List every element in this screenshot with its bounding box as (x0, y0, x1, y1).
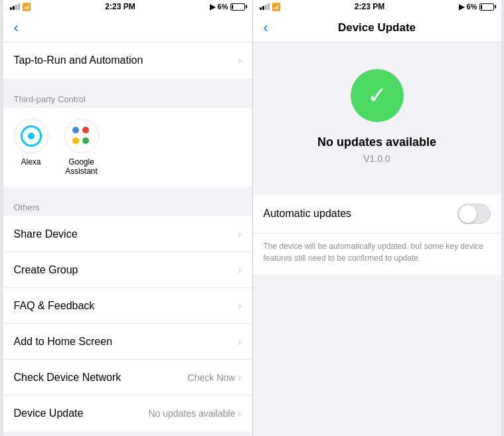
sep2 (3, 186, 252, 192)
others-list-section: Share Device › Create Group › FAQ & Feed… (3, 216, 252, 431)
bar1 (10, 7, 12, 10)
third-party-icons: Alexa GoogleAssistant (14, 119, 242, 176)
create-group-right: › (238, 264, 241, 276)
right-wifi-icon: 📶 (272, 3, 281, 11)
left-signal: 📶 (10, 3, 31, 11)
top-list-section: Tap-to-Run and Automation › (3, 42, 252, 78)
google-dots (72, 127, 91, 145)
left-scroll-content: Tap-to-Run and Automation › Third-party … (3, 42, 252, 436)
google-dot-red (82, 127, 89, 133)
auto-update-label: Automatic updates (264, 208, 352, 220)
no-updates-label: No updates available (148, 408, 235, 419)
google-label: GoogleAssistant (65, 157, 98, 176)
right-battery-percent: 6% (467, 3, 477, 11)
google-icon-circle (64, 119, 99, 153)
right-signal: 📶 (260, 3, 281, 11)
battery-icon (230, 3, 245, 11)
update-hero: ✓ No updates available V1.0.0 (253, 42, 501, 184)
google-dot-yellow (72, 137, 79, 144)
alexa-label: Alexa (21, 157, 41, 167)
share-device-chevron: › (238, 228, 241, 240)
location-icon: ▶ (210, 3, 215, 11)
device-update-chevron: › (238, 407, 241, 419)
check-device-network-right: Check Now › (188, 372, 242, 384)
toggle-knob (459, 205, 477, 223)
rbar1 (260, 7, 262, 10)
right-nav-bar: ‹ Device Update (253, 13, 501, 42)
check-device-network-label: Check Device Network (14, 372, 122, 384)
toggle-description: The device will be automatically updated… (253, 234, 501, 275)
left-status-bar: 📶 2:23 PM ▶ 6% (3, 0, 252, 13)
check-device-network-item[interactable]: Check Device Network Check Now › (3, 360, 252, 396)
faq-feedback-label: FAQ & Feedback (14, 300, 95, 312)
google-dot-blue (72, 127, 79, 133)
device-update-label: Device Update (14, 407, 84, 419)
right-location-icon: ▶ (459, 3, 464, 11)
check-network-chevron: › (238, 372, 241, 384)
auto-update-row: Automatic updates (253, 194, 501, 234)
toggle-section: Automatic updates The device will be aut… (253, 194, 501, 275)
update-version: V1.0.0 (363, 153, 390, 164)
create-group-item[interactable]: Create Group › (3, 252, 252, 288)
check-now-label: Check Now (188, 372, 236, 383)
right-nav-title: Device Update (338, 21, 416, 35)
right-scroll-content: ✓ No updates available V1.0.0 Automatic … (253, 42, 501, 436)
add-home-screen-label: Add to Home Screen (14, 336, 113, 348)
left-time: 2:23 PM (105, 2, 135, 11)
auto-update-toggle[interactable] (458, 204, 491, 224)
right-status-right: ▶ 6% (459, 3, 495, 11)
right-signal-bars (260, 3, 270, 10)
third-party-section: Alexa GoogleAssistant (3, 108, 252, 186)
battery-fill (232, 5, 232, 9)
bar4 (18, 3, 20, 10)
faq-feedback-right: › (238, 300, 241, 312)
add-home-screen-item[interactable]: Add to Home Screen › (3, 324, 252, 360)
rbar4 (268, 3, 270, 10)
share-device-right: › (238, 228, 241, 240)
google-item[interactable]: GoogleAssistant (64, 119, 99, 176)
alexa-icon-circle (14, 119, 48, 153)
share-device-item[interactable]: Share Device › (3, 216, 252, 252)
left-phone: 📶 2:23 PM ▶ 6% ‹ Tap-to-Run and Automati… (3, 0, 252, 436)
right-battery-fill (481, 5, 481, 9)
add-home-screen-chevron: › (238, 336, 241, 348)
faq-feedback-chevron: › (238, 300, 241, 312)
signal-bars (10, 3, 20, 10)
third-party-header: Third-party Control (3, 84, 252, 108)
share-device-label: Share Device (14, 228, 78, 240)
device-update-right: No updates available › (148, 407, 241, 419)
device-update-item[interactable]: Device Update No updates available › (3, 396, 252, 431)
sep1 (3, 78, 252, 84)
phones-container: 📶 2:23 PM ▶ 6% ‹ Tap-to-Run and Automati… (3, 0, 501, 436)
tap-to-run-chevron: › (238, 54, 241, 66)
right-battery-icon (479, 3, 494, 11)
right-back-button[interactable]: ‹ (264, 19, 268, 36)
right-status-bar: 📶 2:23 PM ▶ 6% (253, 0, 501, 13)
left-status-right: ▶ 6% (210, 3, 246, 11)
bar3 (15, 5, 17, 10)
google-dot-green (82, 137, 89, 144)
checkmark-icon: ✓ (367, 84, 387, 108)
bar2 (13, 6, 15, 10)
rbar3 (265, 5, 267, 10)
tap-to-run-right: › (238, 54, 241, 66)
update-title: No updates available (317, 135, 436, 149)
alexa-item[interactable]: Alexa (14, 119, 48, 176)
tap-to-run-label: Tap-to-Run and Automation (14, 54, 143, 66)
create-group-label: Create Group (14, 264, 78, 276)
left-battery-percent: 6% (218, 3, 228, 11)
tap-to-run-item[interactable]: Tap-to-Run and Automation › (3, 42, 252, 78)
right-time: 2:23 PM (355, 2, 384, 11)
left-back-button[interactable]: ‹ (14, 19, 19, 36)
rbar2 (262, 6, 264, 10)
add-home-screen-right: › (238, 336, 241, 348)
left-nav-bar: ‹ (3, 13, 252, 42)
others-header: Others (3, 192, 252, 216)
wifi-icon: 📶 (22, 3, 31, 11)
checkmark-circle: ✓ (351, 69, 404, 122)
alexa-inner (28, 133, 35, 139)
faq-feedback-item[interactable]: FAQ & Feedback › (3, 288, 252, 324)
alexa-ring (21, 125, 42, 147)
right-phone: 📶 2:23 PM ▶ 6% ‹ Device Update ✓ (252, 0, 501, 436)
create-group-chevron: › (238, 264, 241, 276)
